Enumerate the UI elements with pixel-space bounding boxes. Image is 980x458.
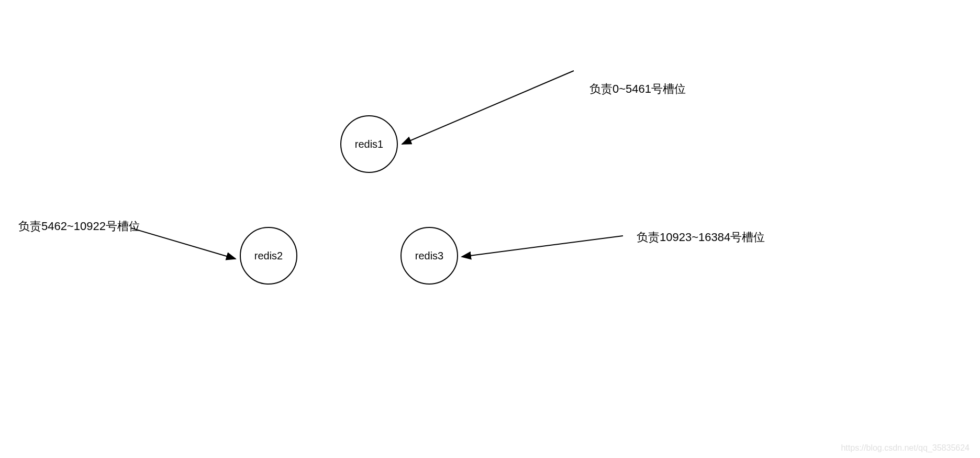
arrow-redis1 (402, 71, 574, 144)
node-redis3: redis3 (400, 227, 458, 285)
node-redis2-label: redis2 (254, 250, 283, 262)
annotation-slots-0-5461: 负责0~5461号槽位 (589, 81, 686, 97)
node-redis1-label: redis1 (355, 138, 383, 150)
node-redis1: redis1 (340, 115, 398, 173)
annotation-slots-5462-10922: 负责5462~10922号槽位 (18, 219, 140, 234)
arrow-redis2 (131, 228, 236, 259)
node-redis3-label: redis3 (415, 250, 443, 262)
annotation-slots-10923-16384: 负责10923~16384号槽位 (637, 230, 765, 245)
arrow-redis3 (462, 236, 623, 257)
arrows-svg (0, 0, 980, 458)
node-redis2: redis2 (240, 227, 297, 285)
watermark: https://blog.csdn.net/qq_35835624 (841, 443, 970, 453)
diagram-container: redis1 redis2 redis3 负责0~5461号槽位 负责5462~… (0, 0, 980, 458)
